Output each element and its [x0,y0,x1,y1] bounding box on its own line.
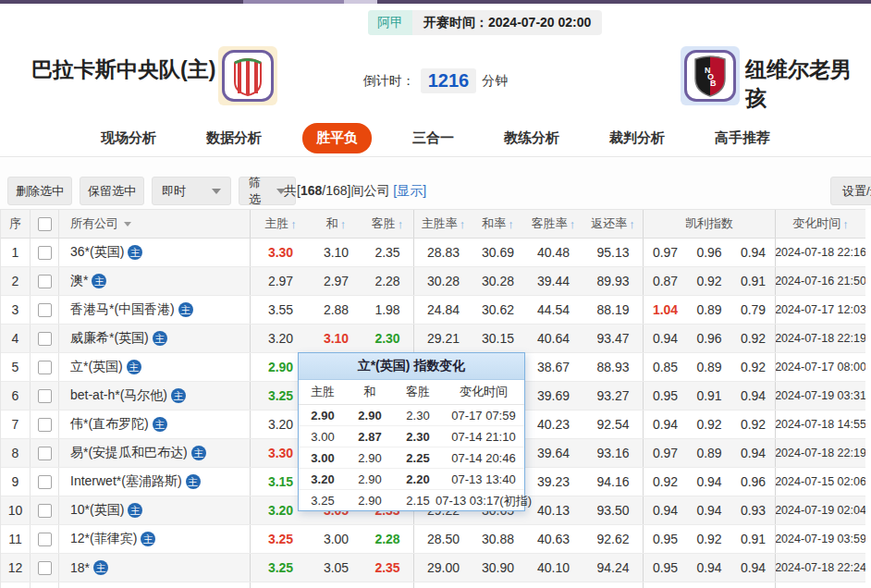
company-cell[interactable]: 立*(英国)主 [59,353,251,381]
company-cell[interactable]: 10*(英国)主 [59,496,251,524]
rate-cell: 44.54 [523,296,583,324]
company-cell[interactable]: 18*主 [59,554,251,582]
popup-time-cell: 07-14 20:46 [443,447,524,468]
odds-cell: 2.35 [362,554,414,582]
kelly-cell: 0.94 [644,496,687,524]
col-away-rate[interactable]: 客胜率↑ [523,210,583,238]
sort-up-icon: ↑ [290,217,297,231]
table-row: 2澳*主2.972.972.2830.2830.2839.4489.930.87… [1,267,865,296]
sort-up-icon: ↑ [842,217,849,231]
row-checkbox[interactable] [38,504,52,518]
rate-cell: 93.47 [583,325,644,352]
company-cell[interactable]: 澳*主 [59,267,251,295]
row-checkbox[interactable] [38,447,52,460]
kelly-cell [731,582,776,588]
col-change-time[interactable]: 变化时间↑ [776,210,865,238]
row-checkbox[interactable] [38,361,52,374]
change-time-cell: 2024-07-18 22:16 [776,239,865,266]
kelly-cell: 0.92 [687,410,731,438]
tab-胜平负[interactable]: 胜平负 [302,123,372,153]
row-checkbox[interactable] [38,561,52,575]
col-home-odds[interactable]: 主胜↑ [251,210,311,238]
row-checkbox[interactable] [38,275,52,288]
col-seq: 序 [1,210,31,238]
col-draw-rate[interactable]: 和率↑ [472,210,523,238]
tab-数据分析[interactable]: 数据分析 [197,124,271,153]
sort-up-icon: ↑ [398,217,404,231]
rate-cell: 38.67 [523,353,583,381]
home-badge-icon: 主 [178,302,193,317]
rate-cell [523,582,583,588]
home-badge-icon: 主 [171,388,186,403]
row-checkbox[interactable] [38,303,52,317]
delete-selected-button[interactable]: 删除选中 [7,177,72,205]
table-toolbar: 删除选中 保留选中 即时 筛选 共[168/168]间公司 [显示] 设置/选择 [0,158,871,209]
col-draw-odds[interactable]: 和↑ [311,210,362,238]
company-cell[interactable]: bet-at-h*(马尔他)主 [59,382,251,410]
time-mode-value: 即时 [162,183,186,200]
kelly-cell: 0.92 [687,267,731,295]
company-cell[interactable]: Interwet*(塞浦路斯)主 [59,468,251,496]
change-time-cell: 2024-07-19 03:31 [776,382,865,410]
tab-教练分析[interactable]: 教练分析 [495,124,569,153]
rate-cell: 30.28 [472,267,523,295]
company-cell[interactable]: 12*(菲律宾)主 [59,525,251,553]
kelly-cell [644,582,687,588]
select-all-checkbox[interactable] [38,217,52,231]
row-checkbox[interactable] [38,475,52,489]
home-crest-icon [222,50,274,102]
row-select-cell [31,468,59,496]
company-cell[interactable]: 36*(英国)主 [59,239,251,266]
sort-up-icon: ↑ [570,217,576,231]
row-checkbox[interactable] [38,332,52,346]
odds-cell: 2.35 [362,239,414,266]
kelly-cell: 0.89 [687,296,731,324]
tab-三合一[interactable]: 三合一 [403,124,463,153]
page-loading-bar [0,0,871,4]
row-checkbox[interactable] [38,389,52,403]
kelly-cell: 0.94 [731,382,776,410]
kickoff-time: 开赛时间：2024-07-20 02:00 [412,10,602,35]
keep-selected-button[interactable]: 保留选中 [80,177,144,205]
tab-高手推荐[interactable]: 高手推荐 [705,124,779,153]
tab-裁判分析[interactable]: 裁判分析 [600,124,674,153]
popup-odds-cell: 2.30 [393,405,443,425]
odds-cell: 2.97 [251,267,311,295]
show-link[interactable]: [显示] [393,183,426,198]
home-badge-icon: 主 [128,245,142,260]
popup-odds-cell: 2.25 [393,447,443,468]
popup-row: 3.002.872.3007-14 21:10 [299,426,524,447]
row-seq: 6 [1,382,31,410]
rate-cell: 93.50 [583,496,644,524]
col-company[interactable]: 所有公司 [59,210,251,238]
row-seq: 9 [1,468,31,496]
settings-button[interactable]: 设置/选择 [830,177,871,205]
svg-text:B: B [710,79,717,88]
home-badge-icon: 主 [153,331,167,346]
company-cell[interactable]: 伟*(直布罗陀)主 [59,410,251,438]
tab-现场分析[interactable]: 现场分析 [92,124,166,153]
company-cell[interactable]: 易*(安提瓜和巴布达)主 [59,439,251,467]
odds-cell: 3.10 [311,239,362,266]
popup-col-和: 和 [347,380,393,404]
col-home-rate[interactable]: 主胜率↑ [414,210,472,238]
company-cell[interactable]: 香港马*(中国香港)主 [59,296,251,324]
home-badge-icon: 主 [141,532,155,546]
company-cell[interactable] [59,582,251,588]
change-time-cell: 2024-07-18 22:19 [776,325,865,352]
col-away-odds[interactable]: 客胜↑ [362,210,414,238]
rate-cell: 30.90 [472,554,523,582]
popup-time-cell: 07-14 21:10 [443,426,524,447]
rate-cell [583,582,644,588]
home-badge-icon: 主 [92,274,106,288]
col-return-rate[interactable]: 返还率↑ [583,210,644,238]
odds-cell: 3.05 [311,554,362,582]
time-mode-dropdown[interactable]: 即时 [152,177,231,205]
row-checkbox[interactable] [38,533,52,546]
rate-cell: 88.19 [583,296,644,324]
company-cell[interactable]: 威廉希*(英国)主 [59,325,251,352]
row-checkbox[interactable] [38,246,52,260]
countdown-label: 倒计时： [363,73,415,90]
row-checkbox[interactable] [38,418,52,432]
rate-cell: 95.13 [583,239,644,266]
